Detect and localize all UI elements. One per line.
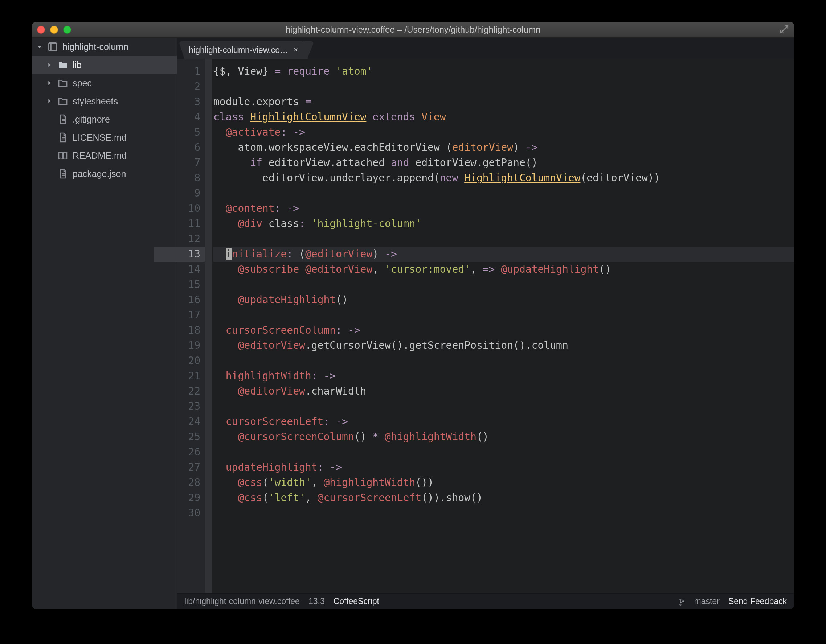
code-line[interactable] [213,444,794,460]
line-number[interactable]: 29 [177,490,200,505]
code-line[interactable] [213,186,794,201]
tree-folder[interactable]: lib [32,56,177,74]
line-number[interactable]: 25 [177,429,200,444]
status-language[interactable]: CoffeeScript [334,596,379,606]
chevron-down-icon [36,43,43,50]
file-tab[interactable]: highlight-column-view.co… × [179,41,308,59]
code-line[interactable]: highlightWidth: -> [213,368,794,384]
code-line[interactable] [213,308,794,323]
line-number[interactable]: 30 [177,505,200,521]
code-line[interactable]: module.exports = [213,94,794,110]
code-line[interactable]: @editorView.getCursorView().getScreenPos… [213,338,794,353]
line-number[interactable]: 4 [177,110,200,125]
line-number[interactable]: 1 [177,64,200,79]
code-line[interactable]: if editorView.attached and editorView.ge… [213,155,794,170]
tree-file[interactable]: .gitignore [32,110,177,128]
code-line[interactable] [213,277,794,292]
code-line[interactable]: {$, View} = require 'atom' [213,64,794,79]
tree-file[interactable]: LICENSE.md [32,128,177,147]
code-line[interactable] [213,353,794,368]
line-number[interactable]: 17 [177,308,200,323]
code-line[interactable]: updateHighlight: -> [213,460,794,475]
window-zoom-button[interactable] [63,26,71,34]
tree-item-label: package.json [73,169,177,179]
code-line[interactable]: @subscribe @editorView, 'cursor:moved', … [213,262,794,277]
repo-icon [47,42,58,52]
line-number[interactable]: 18 [177,323,200,338]
git-branch-icon [678,597,686,606]
code-line[interactable]: @content: -> [213,201,794,216]
code-line[interactable]: @css('left', @cursorScreenLeft()).show() [213,490,794,505]
line-number-gutter[interactable]: 1234567891011121314151617181920212223242… [177,59,205,593]
line-number[interactable]: 22 [177,384,200,399]
tree-folder[interactable]: spec [32,74,177,92]
editor-panel: highlight-column-view.co… × 123456789101… [177,38,794,609]
window-close-button[interactable] [37,26,45,34]
code-line[interactable]: @div class: 'highlight-column' [213,216,794,231]
code-area[interactable]: {$, View} = require 'atom' module.export… [212,59,794,593]
traffic-lights [37,26,71,34]
code-line[interactable]: editorView.underlayer.append(new Highlig… [213,170,794,186]
tree-item-label: README.md [73,150,177,161]
code-line[interactable]: class HighlightColumnView extends View [213,110,794,125]
window-minimize-button[interactable] [50,26,58,34]
file-icon [57,169,68,179]
status-cursor-position[interactable]: 13,3 [309,596,325,606]
line-number[interactable]: 20 [177,353,200,368]
project-name: highlight-column [62,42,177,52]
line-number[interactable]: 28 [177,475,200,490]
tab-bar[interactable]: highlight-column-view.co… × [177,38,794,59]
line-number[interactable]: 11 [177,216,200,231]
code-line[interactable] [213,505,794,521]
line-number[interactable]: 6 [177,140,200,155]
code-line[interactable]: atom.workspaceView.eachEditorView (edito… [213,140,794,155]
code-line[interactable]: @cursorScreenColumn() * @highlightWidth(… [213,429,794,444]
project-tree[interactable]: highlight-column libspecstylesheets.giti… [32,38,177,609]
fullscreen-icon[interactable] [779,25,789,34]
code-line[interactable] [213,399,794,414]
line-number[interactable]: 2 [177,79,200,94]
code-line[interactable] [213,79,794,94]
line-number[interactable]: 24 [177,414,200,429]
code-line[interactable]: cursorScreenColumn: -> [213,323,794,338]
code-line[interactable]: @editorView.charWidth [213,384,794,399]
tab-label: highlight-column-view.co… [189,45,288,55]
line-number[interactable]: 14 [177,262,200,277]
book-icon [57,151,68,160]
line-number[interactable]: 19 [177,338,200,353]
status-path[interactable]: lib/highlight-column-view.coffee [184,596,300,606]
line-number[interactable]: 5 [177,125,200,140]
line-number[interactable]: 21 [177,368,200,384]
svg-rect-0 [49,43,57,51]
code-editor[interactable]: 1234567891011121314151617181920212223242… [177,59,794,593]
tree-file[interactable]: README.md [32,147,177,165]
line-number[interactable]: 7 [177,155,200,170]
line-number[interactable]: 9 [177,186,200,201]
project-root[interactable]: highlight-column [32,38,177,56]
git-branch[interactable]: master [694,596,720,606]
code-line[interactable]: @updateHighlight() [213,292,794,308]
line-number[interactable]: 10 [177,201,200,216]
line-number[interactable]: 27 [177,460,200,475]
line-number[interactable]: 16 [177,292,200,308]
line-number[interactable]: 12 [177,231,200,246]
code-line[interactable]: initialize: (@editorView) -> [213,246,794,262]
line-number[interactable]: 8 [177,170,200,186]
close-icon[interactable]: × [293,45,298,55]
line-number[interactable]: 13 [154,246,205,262]
titlebar: highlight-column-view.coffee – /Users/to… [32,22,794,38]
line-number[interactable]: 3 [177,94,200,110]
file-icon [57,132,68,142]
tree-file[interactable]: package.json [32,165,177,183]
line-number[interactable]: 15 [177,277,200,292]
line-number[interactable]: 23 [177,399,200,414]
status-bar: lib/highlight-column-view.coffee 13,3 Co… [177,593,794,609]
chevron-right-icon [47,62,53,68]
tree-folder[interactable]: stylesheets [32,92,177,110]
code-line[interactable] [213,231,794,246]
line-number[interactable]: 26 [177,444,200,460]
code-line[interactable]: @activate: -> [213,125,794,140]
code-line[interactable]: cursorScreenLeft: -> [213,414,794,429]
send-feedback-link[interactable]: Send Feedback [728,596,787,606]
code-line[interactable]: @css('width', @highlightWidth()) [213,475,794,490]
